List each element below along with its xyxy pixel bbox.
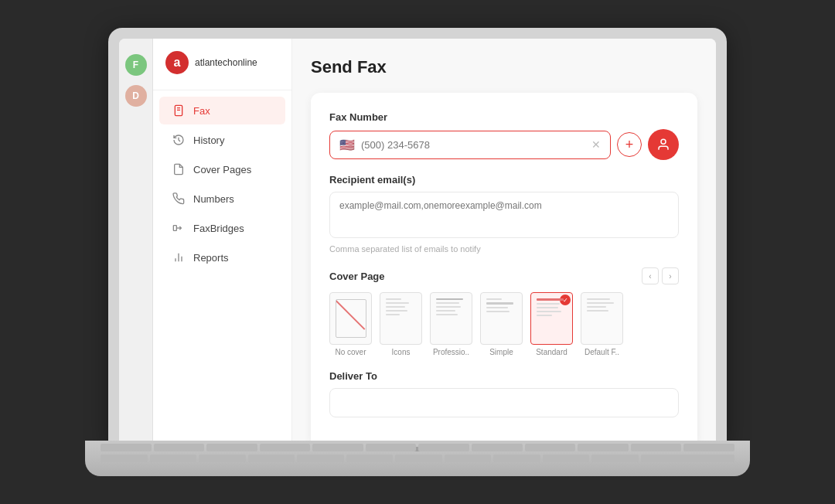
cover-label-default-f: Default F.. xyxy=(584,348,619,356)
sidebar-numbers-label: Numbers xyxy=(193,193,234,205)
cover-label-professional: Professio.. xyxy=(433,348,469,356)
cover-label-simple: Simple xyxy=(489,348,513,356)
numbers-icon xyxy=(172,192,186,206)
cover-page-no-cover[interactable]: No cover xyxy=(329,292,372,356)
sidebar-faxbridges-label: FaxBridges xyxy=(193,223,244,234)
sidebar-cover-pages-label: Cover Pages xyxy=(193,164,251,175)
avatar-f[interactable]: F xyxy=(125,54,147,76)
svg-point-7 xyxy=(661,139,666,144)
fax-number-row: 🇺🇸 ✕ + xyxy=(329,129,679,160)
cover-label-no-cover: No cover xyxy=(335,348,366,356)
keyboard xyxy=(101,444,734,467)
fax-number-label: Fax Number xyxy=(329,111,679,123)
email-helper-text: Comma separated list of emails to notify xyxy=(329,244,679,254)
fax-number-group: Fax Number 🇺🇸 ✕ + xyxy=(329,111,679,160)
cover-thumb-simple xyxy=(480,292,523,345)
sidebar: a atlantechonline Fax xyxy=(153,39,292,445)
doc-lines-professional xyxy=(436,298,467,339)
page-title: Send Fax xyxy=(311,57,697,77)
deliver-to-group: Deliver To xyxy=(329,370,679,417)
cover-thumb-standard: ✓ xyxy=(530,292,573,345)
history-icon xyxy=(172,133,186,147)
cover-page-nav: ‹ › xyxy=(642,267,679,284)
doc-lines-standard xyxy=(537,298,567,339)
fax-icon xyxy=(172,104,186,117)
doc-lines-icons xyxy=(386,298,417,339)
cover-page-professional[interactable]: Professio.. xyxy=(430,292,472,356)
fax-number-input[interactable] xyxy=(361,139,585,151)
sidebar-item-cover-pages[interactable]: Cover Pages xyxy=(159,155,285,183)
doc-lines-simple xyxy=(486,298,517,339)
cover-next-button[interactable]: › xyxy=(662,267,679,284)
contact-book-button[interactable] xyxy=(648,129,679,160)
cover-page-icons[interactable]: Icons xyxy=(380,292,422,356)
cover-label-standard: Standard xyxy=(536,348,567,356)
cover-thumb-professional xyxy=(430,292,472,345)
cover-pages-icon xyxy=(172,162,186,176)
cover-prev-button[interactable]: ‹ xyxy=(642,267,659,284)
cover-thumb-default-f xyxy=(581,292,623,345)
fax-input-wrapper: 🇺🇸 ✕ xyxy=(329,131,611,159)
cover-page-default-f[interactable]: Default F.. xyxy=(581,292,623,356)
cover-thumb-icons xyxy=(380,292,422,345)
reports-icon xyxy=(172,250,186,264)
cover-page-label: Cover Page xyxy=(329,271,385,282)
laptop-base xyxy=(85,441,750,476)
us-flag-icon: 🇺🇸 xyxy=(339,138,355,152)
cover-pages-row: No cover xyxy=(329,292,679,356)
doc-lines-default-f xyxy=(587,298,618,339)
svg-rect-3 xyxy=(173,226,176,231)
brand-name: atlantechonline xyxy=(195,57,257,68)
recipient-email-label: Recipient email(s) xyxy=(329,174,679,186)
send-fax-form: Fax Number 🇺🇸 ✕ + xyxy=(311,93,697,445)
sidebar-fax-label: Fax xyxy=(193,105,210,117)
clear-fax-button[interactable]: ✕ xyxy=(591,138,601,151)
cover-page-header: Cover Page ‹ › xyxy=(329,267,679,284)
no-cover-icon xyxy=(336,299,366,338)
recipient-email-input[interactable] xyxy=(329,192,679,238)
sidebar-item-fax[interactable]: Fax xyxy=(159,97,285,124)
main-content: Send Fax Fax Number 🇺🇸 ✕ + xyxy=(292,39,716,445)
sidebar-item-reports[interactable]: Reports xyxy=(159,243,285,271)
cover-thumb-no-cover xyxy=(329,292,372,345)
deliver-to-input[interactable] xyxy=(329,388,679,417)
avatar-d[interactable]: D xyxy=(125,85,147,107)
faxbridges-icon xyxy=(172,221,186,235)
cover-page-standard[interactable]: ✓ Standard xyxy=(530,292,573,356)
avatar-panel: F D xyxy=(119,39,153,445)
recipient-email-group: Recipient email(s) Comma separated list … xyxy=(329,174,679,254)
sidebar-reports-label: Reports xyxy=(193,252,229,264)
brand-logo-icon: a xyxy=(165,51,189,74)
cover-page-simple[interactable]: Simple xyxy=(480,292,523,356)
cover-page-group: Cover Page ‹ › xyxy=(329,267,679,356)
cover-label-icons: Icons xyxy=(392,348,411,356)
add-fax-button[interactable]: + xyxy=(617,132,642,157)
sidebar-history-label: History xyxy=(193,135,224,146)
sidebar-item-numbers[interactable]: Numbers xyxy=(159,185,285,213)
sidebar-item-faxbridges[interactable]: FaxBridges xyxy=(159,214,285,242)
deliver-to-label: Deliver To xyxy=(329,370,679,382)
sidebar-item-history[interactable]: History xyxy=(159,126,285,154)
brand-logo-area: a atlantechonline xyxy=(153,51,291,90)
